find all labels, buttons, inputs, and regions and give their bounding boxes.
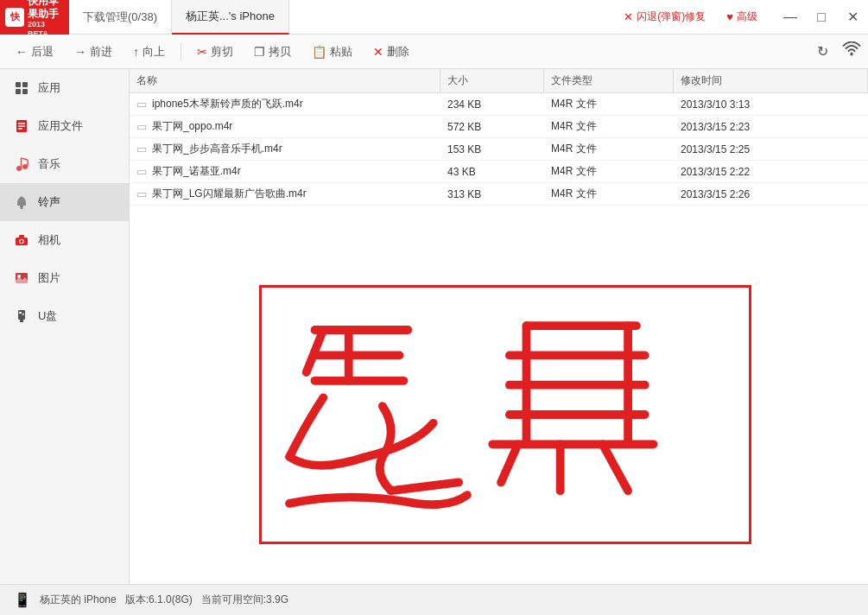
sidebar-item-appfiles[interactable]: 应用文件 <box>0 107 129 145</box>
forward-icon: → <box>74 45 86 59</box>
paste-label: 粘贴 <box>330 44 352 60</box>
annotation-drawing <box>262 288 749 542</box>
forward-label: 前进 <box>90 44 112 60</box>
cut-button[interactable]: ✂ 剪切 <box>188 41 242 63</box>
back-button[interactable]: ← 后退 <box>7 41 62 63</box>
file-name: ▭ 果丁网_oppo.m4r <box>130 119 440 134</box>
file-list-header: 名称 大小 文件类型 修改时间 <box>130 69 868 93</box>
file-type: M4R 文件 <box>544 142 674 156</box>
file-size: 43 KB <box>440 166 544 178</box>
back-icon: ← <box>16 45 28 59</box>
svg-rect-19 <box>19 235 24 238</box>
table-row[interactable]: ▭ 果丁网_oppo.m4r 572 KB M4R 文件 2013/3/15 2… <box>130 116 868 138</box>
x-icon: ✕ <box>624 10 633 23</box>
svg-point-18 <box>20 240 23 244</box>
cut-label: 剪切 <box>211 44 233 60</box>
up-label: 向上 <box>143 44 165 60</box>
file-date: 2013/3/15 2:22 <box>674 166 868 178</box>
delete-label: 删除 <box>387 44 409 60</box>
sidebar-item-ringtone[interactable]: 铃声 <box>0 183 129 221</box>
app-version: 2013 BETA <box>28 20 64 39</box>
svg-line-11 <box>22 158 29 160</box>
svg-point-0 <box>851 54 853 56</box>
back-label: 后退 <box>31 44 54 60</box>
file-name: ▭ iphone5木琴新铃声质的飞跃.m4r <box>130 97 440 111</box>
delete-button[interactable]: ✕ 删除 <box>364 41 418 63</box>
file-size: 313 KB <box>440 188 544 200</box>
file-name: ▭ 果丁网_诺基亚.m4r <box>130 164 440 179</box>
table-row[interactable]: ▭ 果丁网_步步高音乐手机.m4r 153 KB M4R 文件 2013/3/1… <box>130 138 868 161</box>
main-layout: 应用 应用文件 <box>0 69 868 584</box>
table-row[interactable]: ▭ 果丁网_LG闪耀最新广告歌曲.m4r 313 KB M4R 文件 2013/… <box>130 183 868 206</box>
space-info: 当前可用空间:3.9G <box>201 593 288 607</box>
file-type: M4R 文件 <box>544 187 674 201</box>
logo-icon: 快 <box>5 8 24 27</box>
svg-rect-4 <box>22 89 28 94</box>
camera-label: 相机 <box>38 232 60 248</box>
copy-button[interactable]: ❐ 拷贝 <box>245 41 300 63</box>
minimize-button[interactable]: — <box>775 0 806 35</box>
file-icon: ▭ <box>136 98 147 111</box>
refresh-button[interactable]: ↻ <box>809 39 835 65</box>
svg-rect-25 <box>22 314 25 315</box>
tab-download[interactable]: 下载管理(0/38) <box>69 0 172 35</box>
file-date: 2013/3/15 2:23 <box>674 121 868 133</box>
annotation-overlay <box>259 285 751 544</box>
forward-button[interactable]: → 前进 <box>66 41 121 63</box>
favorite-button[interactable]: ♥ 高级 <box>719 7 764 27</box>
file-icon: ▭ <box>136 143 147 155</box>
col-header-type: 文件类型 <box>544 69 674 92</box>
sidebar-item-music[interactable]: 音乐 <box>0 145 129 183</box>
app-logo: 快 快用苹果助手 2013 BETA <box>0 0 69 35</box>
status-bar: 📱 杨正英的 iPhone 版本:6.1.0(8G) 当前可用空间:3.9G <box>0 584 868 615</box>
ringtone-icon <box>14 194 29 210</box>
tab-device[interactable]: 杨正英...'s iPhone <box>172 0 289 35</box>
svg-rect-24 <box>19 312 22 314</box>
app-name: 快用苹果助手 <box>28 0 64 20</box>
photos-label: 图片 <box>38 270 60 286</box>
paste-button[interactable]: 📋 粘贴 <box>303 41 361 63</box>
copy-icon: ❐ <box>254 45 265 59</box>
appfiles-icon <box>14 118 29 134</box>
close-button[interactable]: ✕ <box>837 0 868 35</box>
music-label: 音乐 <box>38 156 60 172</box>
appfiles-label: 应用文件 <box>38 118 83 134</box>
file-icon: ▭ <box>136 120 147 133</box>
delete-icon: ✕ <box>373 45 383 59</box>
sidebar-item-photos[interactable]: 图片 <box>0 259 129 297</box>
file-date: 2013/3/10 3:13 <box>674 98 868 111</box>
tab-bar: 下载管理(0/38) 杨正英...'s iPhone <box>69 0 606 35</box>
file-type: M4R 文件 <box>544 97 674 111</box>
sidebar-item-apps[interactable]: 应用 <box>0 69 129 107</box>
file-type: M4R 文件 <box>544 164 674 179</box>
title-bar: 快 快用苹果助手 2013 BETA 下载管理(0/38) 杨正英...'s i… <box>0 0 868 35</box>
apps-icon <box>14 80 29 96</box>
toolbar-right: ↻ <box>809 39 861 65</box>
up-button[interactable]: ↑ 向上 <box>124 41 174 63</box>
separator-1 <box>181 43 181 60</box>
title-actions: ✕ 闪退(弹窗)修复 ♥ 高级 <box>606 0 775 35</box>
cut-icon: ✂ <box>197 45 207 59</box>
window-controls: — □ ✕ <box>775 0 868 35</box>
table-row[interactable]: ▭ iphone5木琴新铃声质的飞跃.m4r 234 KB M4R 文件 201… <box>130 93 868 116</box>
phone-icon: 📱 <box>14 592 31 608</box>
col-header-name: 名称 <box>130 69 440 92</box>
heart-icon: ♥ <box>726 10 733 23</box>
svg-rect-23 <box>20 320 23 322</box>
content-area: 名称 大小 文件类型 修改时间 ▭ iphone5木琴新铃声质的飞跃.m4r 2… <box>130 69 868 584</box>
usb-label: U盘 <box>38 308 57 324</box>
file-size: 234 KB <box>440 98 544 111</box>
device-name: 杨正英的 iPhone <box>40 593 117 607</box>
ringtone-label: 铃声 <box>38 194 60 210</box>
svg-point-10 <box>22 164 28 169</box>
wifi-icon <box>842 41 861 61</box>
sidebar-item-camera[interactable]: 相机 <box>0 221 129 259</box>
sidebar: 应用 应用文件 <box>0 69 130 584</box>
file-type: M4R 文件 <box>544 119 674 134</box>
file-name: ▭ 果丁网_步步高音乐手机.m4r <box>130 142 440 156</box>
flash-quit-button[interactable]: ✕ 闪退(弹窗)修复 <box>617 7 713 27</box>
maximize-button[interactable]: □ <box>806 0 837 35</box>
sidebar-item-usb[interactable]: U盘 <box>0 297 129 335</box>
svg-rect-2 <box>22 82 28 87</box>
table-row[interactable]: ▭ 果丁网_诺基亚.m4r 43 KB M4R 文件 2013/3/15 2:2… <box>130 161 868 183</box>
